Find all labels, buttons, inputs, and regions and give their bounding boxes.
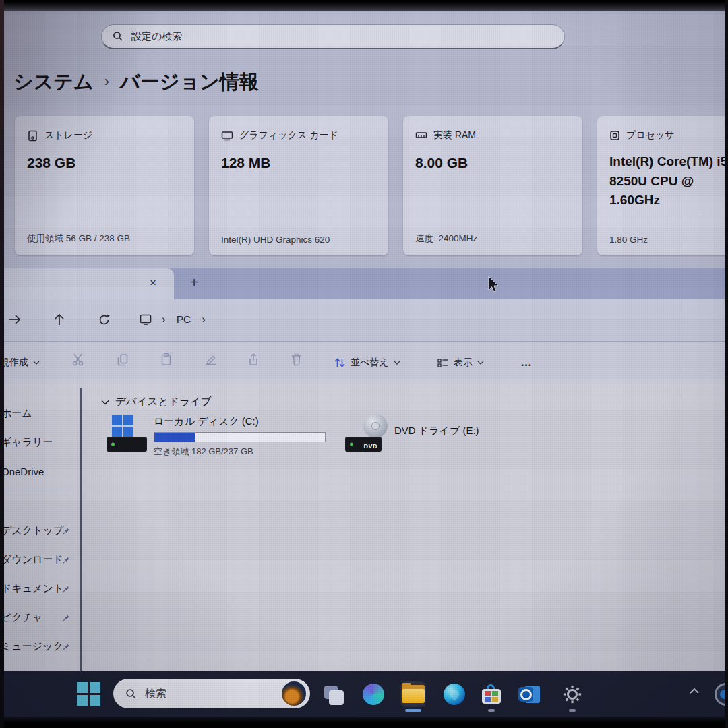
explorer-tab[interactable]: × — [0, 268, 174, 299]
section-title: デバイスとドライブ — [115, 395, 212, 409]
edge-button[interactable] — [442, 682, 466, 706]
breadcrumb-parent[interactable]: システム — [13, 69, 94, 96]
sidebar-item-documents[interactable]: ドキュメント — [1, 577, 80, 600]
capacity-bar-fill — [154, 433, 195, 442]
store-button[interactable] — [479, 682, 504, 706]
capacity-bar — [154, 432, 326, 442]
explorer-nav-bar: › PC › — [0, 299, 728, 342]
processor-card: プロセッサ Intel(R) Core(TM) i5-8250U CPU @ 1… — [597, 116, 728, 255]
task-view-button[interactable] — [321, 682, 345, 706]
gpu-icon — [221, 131, 233, 141]
page-title: バージョン情報 — [120, 69, 259, 96]
sort-label: 並べ替え — [351, 357, 389, 369]
cut-icon — [71, 353, 86, 367]
card-title: 実装 RAM — [433, 129, 476, 142]
breadcrumb-chevron-icon: › — [162, 313, 166, 326]
copilot-button[interactable] — [361, 682, 386, 706]
sidebar-item-home[interactable]: ホーム — [1, 402, 80, 425]
dvd-drive-e-item[interactable]: DVD DVD ドライブ (E:) — [342, 413, 490, 457]
edge-icon — [444, 684, 465, 705]
screen: 設定の検索 システム › バージョン情報 ストレージ 238 GB 使用領域 5… — [0, 0, 728, 728]
ram-card: 実装 RAM 8.00 GB 速度: 2400MHz — [403, 116, 582, 255]
trash-icon — [290, 353, 303, 367]
ram-footer: 速度: 2400MHz — [415, 233, 477, 245]
gear-icon — [562, 684, 582, 704]
tab-close-icon[interactable]: × — [144, 274, 162, 292]
address-pc[interactable]: PC — [177, 313, 191, 326]
new-tab-button[interactable]: + — [185, 274, 204, 293]
outlook-icon — [518, 684, 540, 704]
share-button[interactable] — [245, 351, 262, 367]
delete-button[interactable] — [289, 351, 305, 367]
copilot-icon — [363, 684, 384, 705]
drive-name: ローカル ディスク (C:) — [154, 415, 326, 428]
up-button[interactable] — [49, 309, 70, 330]
share-icon — [247, 353, 260, 367]
search-highlight-image[interactable] — [282, 681, 306, 706]
rename-icon — [204, 353, 218, 366]
taskbar: 検索 — [0, 671, 728, 718]
gpu-value: 128 MB — [221, 152, 376, 174]
sort-icon — [334, 357, 346, 369]
sidebar-item-videos[interactable]: ビデオ — [1, 664, 80, 671]
sidebar-divider — [0, 491, 74, 491]
local-disk-c-item[interactable]: ローカル ディスク (C:) 空き領域 182 GB/237 GB — [107, 413, 336, 457]
pin-icon — [63, 585, 70, 593]
pin-icon — [63, 556, 70, 564]
chevron-down-icon — [101, 400, 109, 405]
sidebar-item-music[interactable]: ミュージック — [1, 635, 80, 658]
more-button[interactable]: … — [520, 351, 532, 374]
pin-icon — [63, 643, 70, 650]
photo-frame: 設定の検索 システム › バージョン情報 ストレージ 238 GB 使用領域 5… — [0, 0, 728, 728]
new-button[interactable]: 新規作成 — [0, 351, 40, 374]
settings-search-input[interactable]: 設定の検索 — [101, 24, 565, 49]
forward-button[interactable] — [4, 309, 26, 330]
address-breadcrumb[interactable]: › PC › — [139, 309, 206, 330]
drive-name: DVD ドライブ (E:) — [394, 425, 479, 437]
search-icon — [125, 688, 137, 700]
sidebar-item-onedrive[interactable]: OneDrive — [1, 460, 80, 483]
settings-window: 設定の検索 システム › バージョン情報 ストレージ 238 GB 使用領域 5… — [0, 11, 728, 268]
breadcrumb-separator-icon: › — [104, 73, 109, 90]
file-explorer-button[interactable] — [401, 682, 425, 706]
pin-icon — [63, 527, 70, 535]
new-button-label: 新規作成 — [0, 357, 28, 369]
storage-value: 238 GB — [27, 152, 182, 174]
free-space-label: 空き領域 182 GB/237 GB — [154, 446, 326, 458]
task-view-icon — [322, 684, 344, 705]
store-running-indicator — [488, 709, 495, 712]
paste-icon — [160, 353, 173, 367]
copy-button[interactable] — [115, 351, 131, 367]
start-button[interactable] — [77, 682, 101, 706]
paste-button[interactable] — [158, 351, 174, 367]
explorer-main-pane: デバイスとドライブ ローカル ディスク (C:) — [82, 384, 728, 671]
outlook-button[interactable] — [517, 682, 541, 706]
tray-overflow-button[interactable] — [689, 688, 700, 694]
cpu-value: Intel(R) Core(TM) i5-8250U CPU @ 1.60GHz — [609, 152, 728, 210]
sort-button[interactable]: 並べ替え — [334, 351, 400, 374]
store-icon — [481, 684, 502, 704]
settings-button[interactable] — [560, 682, 584, 706]
sidebar-item-pictures[interactable]: ピクチャ — [1, 606, 80, 629]
more-icon: … — [520, 356, 532, 369]
cut-button[interactable] — [70, 351, 86, 367]
chevron-down-icon — [394, 361, 400, 365]
cpu-footer: 1.80 GHz — [609, 235, 648, 245]
card-title: プロセッサ — [626, 129, 675, 142]
sidebar-item-gallery[interactable]: ギャラリー — [1, 431, 80, 454]
search-icon — [113, 31, 123, 42]
refresh-button[interactable] — [93, 309, 115, 330]
taskbar-search[interactable]: 検索 — [113, 679, 310, 708]
gpu-footer: Intel(R) UHD Graphics 620 — [221, 235, 330, 245]
view-label: 表示 — [454, 357, 473, 369]
rename-button[interactable] — [202, 351, 218, 367]
ram-icon — [415, 131, 427, 140]
sidebar-item-desktop[interactable]: デスクトップ — [1, 519, 80, 542]
view-button[interactable]: 表示 — [437, 351, 484, 374]
file-explorer-icon — [402, 685, 425, 704]
ram-value: 8.00 GB — [415, 152, 570, 174]
devices-section-header[interactable]: デバイスとドライブ — [101, 395, 212, 409]
settings-running-indicator — [569, 709, 576, 712]
sidebar-item-downloads[interactable]: ダウンロード — [1, 548, 80, 571]
chevron-down-icon — [477, 361, 484, 365]
